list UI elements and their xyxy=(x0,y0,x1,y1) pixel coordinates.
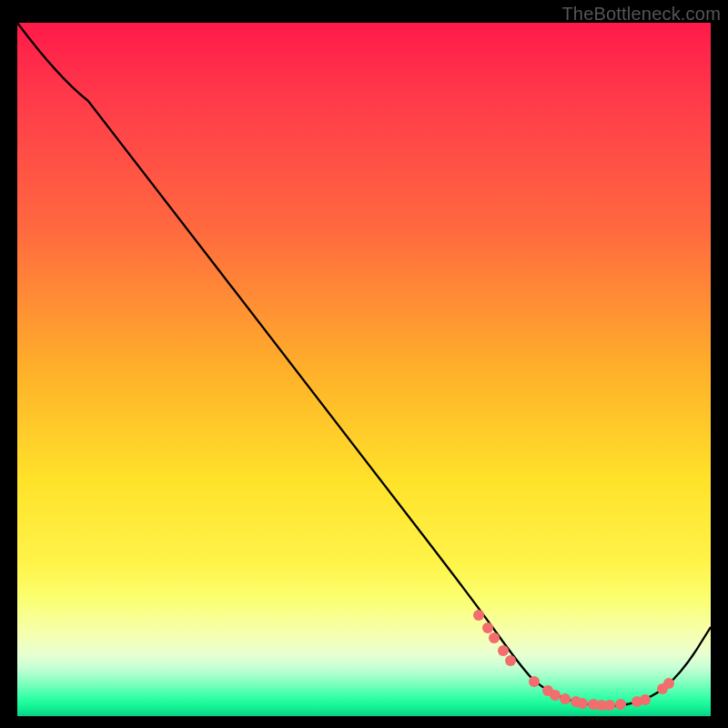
marker-dot xyxy=(550,690,561,701)
marker-dot xyxy=(529,676,540,687)
marker-dot xyxy=(663,678,674,689)
marker-dot xyxy=(560,693,571,704)
marker-dot xyxy=(640,694,651,705)
marker-dot xyxy=(473,610,484,621)
bottleneck-curve xyxy=(17,23,711,706)
marker-dot xyxy=(489,632,500,643)
marker-dot xyxy=(604,700,615,711)
marker-dot xyxy=(498,645,509,656)
marker-dot xyxy=(615,699,626,710)
watermark-text: TheBottleneck.com xyxy=(561,4,721,25)
marker-dot xyxy=(505,655,516,666)
curve-layer xyxy=(17,23,711,716)
marker-group xyxy=(473,610,674,711)
marker-dot xyxy=(577,698,588,709)
chart-frame: TheBottleneck.com xyxy=(0,0,728,728)
marker-dot xyxy=(482,622,493,633)
plot-area xyxy=(17,23,711,716)
